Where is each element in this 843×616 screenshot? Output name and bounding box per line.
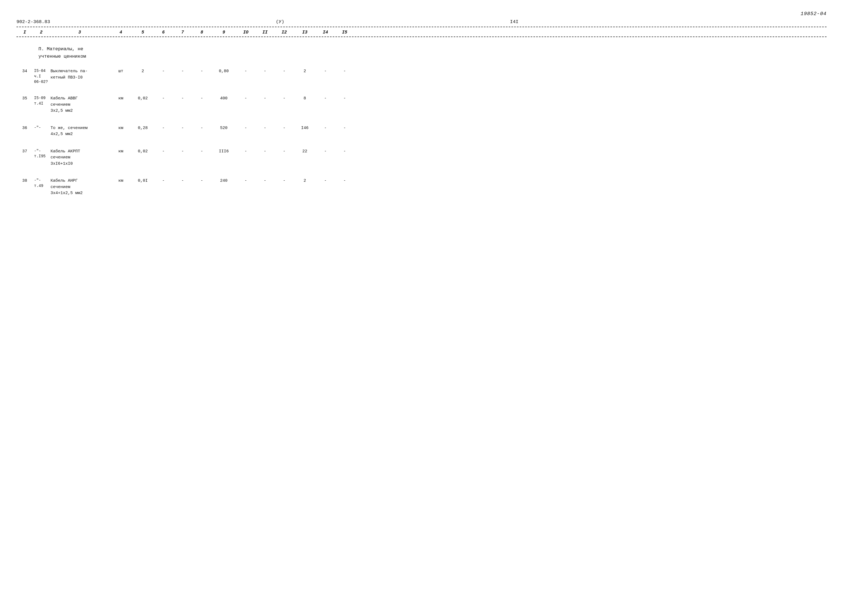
- table-cell: -: [154, 125, 173, 132]
- table-cell: 8: [294, 95, 316, 103]
- table-cell: -: [192, 68, 211, 75]
- column-header: IO: [236, 30, 256, 35]
- table-cell: -: [316, 125, 335, 132]
- table-cell: -: [236, 68, 256, 75]
- doc-center: I4I: [510, 19, 518, 25]
- table-cell: I5-09т.4I: [33, 95, 50, 107]
- table-row: 37-"-т.I95Кабель АКРПТсечением3хI6+1хI0к…: [16, 146, 827, 170]
- table-cell: км: [110, 177, 132, 185]
- table-cell: -: [316, 95, 335, 103]
- table-cell: 22: [294, 148, 316, 155]
- table-cell: -: [236, 95, 256, 103]
- table-cell: 240: [211, 177, 236, 185]
- table-cell: -: [335, 177, 354, 185]
- table-cell: -: [275, 68, 294, 75]
- doc-mark: (У): [276, 19, 285, 25]
- table-row: 36-"-То же, сечением4х2,5 мм2км0,28---52…: [16, 122, 827, 140]
- column-header: I: [16, 30, 33, 35]
- table-cell: -: [236, 125, 256, 132]
- table-cell: -: [256, 177, 275, 185]
- table-cell: 0,28: [132, 125, 154, 132]
- column-header: 8: [192, 30, 211, 35]
- table-cell: Кабель АВВГсечением3х2,5 мм2: [50, 95, 110, 115]
- table-row: 38-"-т.49Кабель АНРГсечением3х4+1х2,5 мм…: [16, 175, 827, 199]
- table-cell: -: [236, 177, 256, 185]
- table-cell: 38: [16, 177, 33, 185]
- table-cell: -: [173, 95, 192, 103]
- table-cell: -: [192, 177, 211, 185]
- table-cell: Кабель АКРПТсечением3хI6+1хI0: [50, 148, 110, 168]
- column-header: 7: [173, 30, 192, 35]
- table-cell: -: [154, 68, 173, 75]
- table-cell: -"-: [33, 125, 50, 131]
- table-cell: -: [154, 95, 173, 103]
- table-cell: -: [173, 68, 192, 75]
- table-cell: 37: [16, 148, 33, 155]
- table-cell: -: [173, 148, 192, 155]
- column-header: 4: [110, 30, 132, 35]
- table-row: 35I5-09т.4IКабель АВВГсечением3х2,5 мм2к…: [16, 93, 827, 117]
- table-cell: -: [316, 177, 335, 185]
- table-cell: 2: [294, 68, 316, 75]
- table-cell: -: [256, 95, 275, 103]
- column-header: 5: [132, 30, 154, 35]
- table-cell: 0,0I: [132, 177, 154, 185]
- table-cell: -: [192, 125, 211, 132]
- table-cell: -: [256, 148, 275, 155]
- table-cell: III6: [211, 148, 236, 155]
- column-header: 3: [50, 30, 110, 35]
- data-table: 34I5-04ч.I06-02?Выключатель па-кетный ПВ…: [16, 66, 827, 199]
- table-cell: -: [236, 148, 256, 155]
- table-cell: 0,02: [132, 148, 154, 155]
- table-cell: -: [275, 177, 294, 185]
- table-cell: -: [192, 95, 211, 103]
- table-cell: -: [173, 125, 192, 132]
- table-cell: -: [275, 95, 294, 103]
- table-cell: Кабель АНРГсечением3х4+1х2,5 мм2: [50, 177, 110, 197]
- table-cell: -: [154, 177, 173, 185]
- column-header: 6: [154, 30, 173, 35]
- column-header: I5: [335, 30, 354, 35]
- doc-number: 902-2-368.83: [16, 19, 50, 25]
- table-cell: -: [275, 148, 294, 155]
- column-header: I2: [275, 30, 294, 35]
- table-cell: -: [335, 68, 354, 75]
- table-cell: -: [275, 125, 294, 132]
- table-cell: км: [110, 148, 132, 155]
- column-header: 2: [33, 30, 50, 35]
- table-cell: -: [335, 125, 354, 132]
- table-cell: км: [110, 95, 132, 103]
- table-cell: -"-т.49: [33, 177, 50, 189]
- table-cell: 0,80: [211, 68, 236, 75]
- table-cell: I46: [294, 125, 316, 132]
- table-cell: 520: [211, 125, 236, 132]
- table-cell: -: [335, 148, 354, 155]
- table-cell: Выключатель па-кетный ПВЗ-I0: [50, 68, 110, 81]
- table-cell: -"-т.I95: [33, 148, 50, 160]
- column-header: I3: [294, 30, 316, 35]
- table-cell: -: [256, 68, 275, 75]
- table-cell: 2: [132, 68, 154, 75]
- table-cell: -: [256, 125, 275, 132]
- column-header: I4: [316, 30, 335, 35]
- top-right-label: 19852-04: [16, 11, 827, 16]
- table-cell: 35: [16, 95, 33, 103]
- column-header: II: [256, 30, 275, 35]
- table-row: 34I5-04ч.I06-02?Выключатель па-кетный ПВ…: [16, 66, 827, 87]
- table-cell: 2: [294, 177, 316, 185]
- section-title: П. Материалы, не учтенные ценником: [38, 45, 827, 60]
- table-cell: То же, сечением4х2,5 мм2: [50, 125, 110, 138]
- doc-header: 902-2-368.83 (У) I4I: [16, 19, 827, 25]
- table-cell: -: [154, 148, 173, 155]
- table-cell: I5-04ч.I06-02?: [33, 68, 50, 85]
- table-cell: 34: [16, 68, 33, 75]
- table-cell: -: [316, 148, 335, 155]
- column-header: 9: [211, 30, 236, 35]
- column-headers: I23456789IOIII2I3I4I5: [16, 27, 827, 37]
- table-cell: шт: [110, 68, 132, 75]
- table-cell: 0,02: [132, 95, 154, 103]
- table-cell: -: [335, 95, 354, 103]
- table-cell: км: [110, 125, 132, 132]
- table-cell: -: [173, 177, 192, 185]
- table-cell: 400: [211, 95, 236, 103]
